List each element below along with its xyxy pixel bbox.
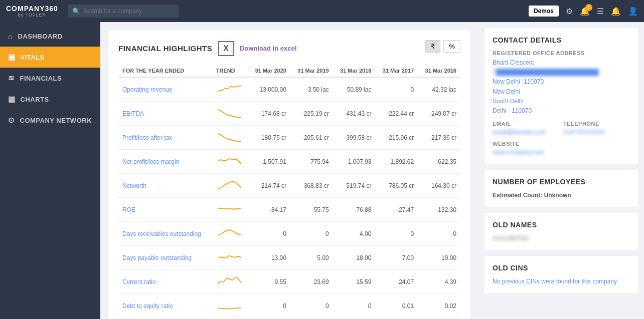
sidebar-item-dashboard[interactable]: ⌂ DASHBOARD [0,26,100,47]
col-2016: 31 Mar 2016 [418,65,460,77]
estimated-count: Estimated Count: Unknown [493,192,630,199]
value-cell: -1,007.93 [333,150,376,174]
value-cell: -775.94 [290,150,333,174]
metric-cell: Days receivables outstanding [118,222,212,246]
rupee-toggle[interactable]: ₹ [425,40,440,53]
value-cell: 50.89 lac [333,77,376,102]
notification-badge: 1 [585,4,592,11]
metric-cell: Networth [118,174,212,198]
website-label: WEBSITE [493,141,630,147]
vitals-icon: ▣ [8,53,16,62]
excel-icon-button[interactable]: X [218,41,234,56]
search-wrapper: 🔍 [68,5,179,18]
email-section: EMAIL email@domain.com [493,121,559,136]
value-cell: 0 [418,222,460,246]
value-cell: 0 [248,294,290,318]
user-icon[interactable]: 👤 [628,7,638,16]
telephone-label: TELEPHONE [563,121,630,127]
col-2017: 31 Mar 2017 [375,65,418,77]
value-cell: 13.00 [248,246,290,270]
header: COMPANY360 by TOFLER 🔍 Demos ⚙ 🔔 1 ☰ 🔔 👤 [0,0,644,22]
value-cell: 9.55 [248,270,290,294]
value-cell: 4.00 [333,222,376,246]
filter-icon[interactable]: ⚙ [566,7,573,16]
metric-cell: ROE [118,198,212,222]
trend-cell [212,270,248,294]
bell-icon[interactable]: 🔔 [611,7,621,16]
metric-cell: Net profit/loss margin [118,150,212,174]
percent-toggle[interactable]: % [443,40,460,53]
financials-icon: ≋ [8,74,15,83]
col-2020: 31 Mar 2020 [248,65,290,77]
email-value: email@domain.com [493,129,559,136]
employees-title: NUMBER OF EMPLOYEES [493,178,630,186]
card-title: FINANCIAL HIGHLIGHTS [118,44,212,53]
notifications-icon[interactable]: 🔔 1 [580,7,590,16]
value-cell: -132.30 [418,198,460,222]
value-cell: 0 [290,222,333,246]
download-excel-link[interactable]: Download in excel [240,45,296,52]
estimated-label: Estimated Count: [493,192,542,199]
sidebar: ⌂ DASHBOARD ▣ VITALS ≋ FINANCIALS ▦ CHAR… [0,22,100,319]
value-cell: -1,892.62 [375,150,418,174]
sidebar-item-charts[interactable]: ▦ CHARTS [0,89,100,110]
home-icon: ⌂ [8,32,13,41]
logo: COMPANY360 by TOFLER [6,5,58,18]
table-row: Debt to equity ratio 0000.010.02 [118,294,460,318]
address-line-1: Bharti Crescent, T██████████████████████… [493,58,630,77]
trend-cell [212,222,248,246]
registered-address-label: REGISTERED OFFICE ADDRESS [493,50,630,56]
value-cell: -225.19 cr [290,102,333,126]
logo-company: COMPANY360 [6,5,58,13]
address-line-2: New Delhi -110070 [493,77,630,87]
table-row: ROE -84.17-55.75-76.88-27.47-132.30 [118,198,460,222]
value-cell: 4.39 [418,270,460,294]
col-2018: 31 Mar 2018 [333,65,376,77]
value-cell: -217.36 cr [418,126,460,150]
table-row: Profit/loss after tax -180.75 cr-205.61 … [118,126,460,150]
table-row: Operating revenue 13,000.003.50 lac50.89… [118,77,460,102]
sidebar-label-dashboard: DASHBOARD [18,33,63,40]
main-layout: ⌂ DASHBOARD ▣ VITALS ≋ FINANCIALS ▦ CHAR… [0,22,644,319]
sidebar-label-vitals: VITALS [21,54,45,61]
value-cell: 3.50 lac [290,77,333,102]
sidebar-item-vitals[interactable]: ▣ VITALS [0,47,100,68]
old-cins-title: OLD CINS [493,264,630,272]
table-row: Days receivables outstanding 004.0000 [118,222,460,246]
demos-button[interactable]: Demos [529,6,559,17]
no-cins-message: No previous CINs were found for this com… [493,278,630,285]
table-row: Current ratio 9.5523.6915.5924.074.39 [118,270,460,294]
telephone-value: 1147XXXXXXX [563,129,630,136]
col-trend: TREND [212,65,248,77]
main-content: FINANCIAL HIGHLIGHTS X Download in excel… [100,22,478,319]
old-names-title: OLD NAMES [493,221,630,229]
value-cell: -84.17 [248,198,290,222]
value-cell: -622.35 [418,150,460,174]
sidebar-item-company-network[interactable]: ⊙ COMPANY NETWORK [0,110,100,131]
website-section: WEBSITE www.company.com [493,141,630,156]
trend-cell [212,246,248,270]
contact-title: CONTACT DETAILS [493,36,630,44]
financial-highlights-card: FINANCIAL HIGHLIGHTS X Download in excel… [108,30,470,319]
value-cell: 0 [375,222,418,246]
value-cell: 23.69 [290,270,333,294]
value-cell: 0 [333,294,376,318]
col-2019: 31 Mar 2019 [290,65,333,77]
metric-cell: EBITDA [118,102,212,126]
header-actions: Demos ⚙ 🔔 1 ☰ 🔔 👤 [529,6,638,17]
menu-icon[interactable]: ☰ [597,7,604,16]
sidebar-label-financials: FINANCIALS [20,75,62,82]
search-input[interactable] [68,5,179,18]
value-cell: 0 [290,294,333,318]
metric-cell: Days payable outstanding [118,246,212,270]
value-cell: 0 [248,222,290,246]
value-cell: 0.02 [418,294,460,318]
old-names-card: OLD NAMES XXXLIMITED [485,213,638,250]
value-cell: -399.58 cr [333,126,376,150]
logo-sub: by TOFLER [18,13,46,18]
sidebar-item-financials[interactable]: ≋ FINANCIALS [0,68,100,89]
trend-cell [212,102,248,126]
sidebar-label-network: COMPANY NETWORK [20,117,92,124]
value-cell: 0 [375,77,418,102]
metric-cell: Operating revenue [118,77,212,102]
